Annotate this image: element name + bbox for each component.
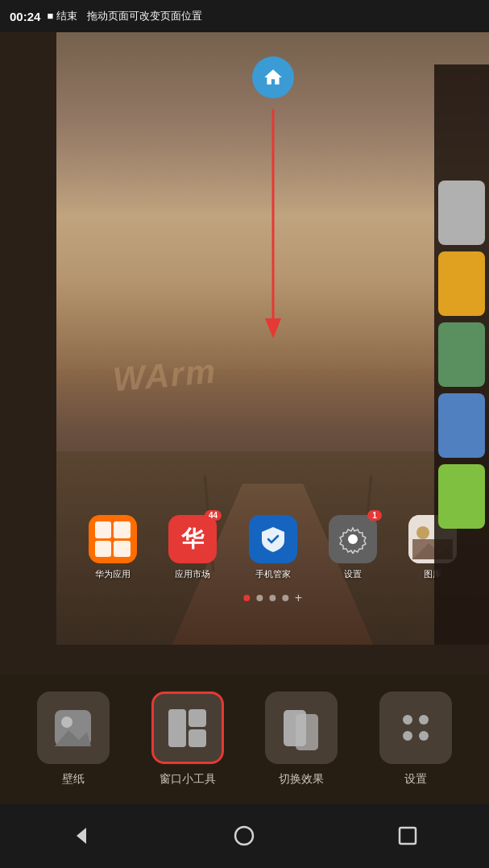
dot-1 xyxy=(243,595,250,601)
svg-point-6 xyxy=(416,526,429,539)
svg-point-9 xyxy=(61,716,73,728)
bottom-menu: 壁纸 窗口小工具 切换效果 xyxy=(0,675,489,804)
menu-dot-1 xyxy=(403,715,412,725)
wallpaper-menu-icon xyxy=(37,691,110,764)
red-arrow xyxy=(257,101,289,343)
warm-text: WArm xyxy=(111,351,218,399)
svg-marker-16 xyxy=(77,828,86,844)
svg-rect-12 xyxy=(189,709,206,727)
app-item-market[interactable]: 华 44 应用市场 xyxy=(160,515,224,580)
dot-3 xyxy=(269,595,276,601)
right-app-1 xyxy=(438,181,485,245)
phone-screen: WArm 华为应用 xyxy=(0,32,489,868)
transition-menu-icon xyxy=(265,691,338,764)
status-end: ■ 结束 xyxy=(47,9,77,23)
menu-label-transition: 切换效果 xyxy=(279,772,324,787)
phonemanager-icon xyxy=(249,515,297,563)
home-nav-icon xyxy=(233,824,255,847)
app-icon-market: 华 44 xyxy=(168,515,217,563)
svg-rect-15 xyxy=(296,714,318,750)
app-icon-manager xyxy=(249,515,297,563)
wallpaper-icon-svg xyxy=(51,706,95,750)
app-item-settings[interactable]: 1 设置 xyxy=(321,515,384,580)
appmarket-icon: 华 xyxy=(168,515,217,563)
right-edge-panel xyxy=(434,64,489,645)
menu-item-transition[interactable]: 切换效果 xyxy=(253,691,350,787)
menu-item-menu-settings[interactable]: 设置 xyxy=(367,691,464,787)
svg-rect-18 xyxy=(400,828,416,844)
status-bar: 00:24 ■ 结束 拖动页面可改变页面位置 xyxy=(0,0,489,32)
right-app-5 xyxy=(438,464,485,529)
status-hint: 拖动页面可改变页面位置 xyxy=(87,9,202,23)
dot-2 xyxy=(256,595,263,601)
menu-item-wallpaper[interactable]: 壁纸 xyxy=(25,691,122,787)
app-item-manager[interactable]: 手机管家 xyxy=(241,515,305,580)
recents-button[interactable] xyxy=(390,818,425,853)
menu-dot-4 xyxy=(419,731,429,741)
back-icon xyxy=(70,824,93,847)
huawei-logo: 华 xyxy=(181,524,204,554)
right-app-4 xyxy=(438,393,485,458)
dots-row-2 xyxy=(403,731,429,741)
svg-point-17 xyxy=(235,827,253,845)
settings-badge: 1 xyxy=(367,510,382,521)
back-button[interactable] xyxy=(64,818,99,853)
app-label-huawei: 华为应用 xyxy=(95,568,131,580)
app-icon-huawei xyxy=(89,515,137,563)
app-item-huawei[interactable]: 华为应用 xyxy=(81,515,144,580)
recents-icon xyxy=(396,824,419,847)
market-badge: 44 xyxy=(205,510,222,521)
menu-settings-icon xyxy=(379,691,452,764)
settings-icon xyxy=(329,515,377,563)
status-time: 00:24 xyxy=(10,10,40,23)
svg-rect-11 xyxy=(168,709,186,747)
app-row: 华为应用 华 44 应用市场 xyxy=(56,515,489,580)
menu-dot-2 xyxy=(419,715,429,725)
switch-icon-svg xyxy=(281,706,321,750)
right-app-3 xyxy=(438,322,485,387)
huawei-apps-icon xyxy=(89,515,137,563)
shield-icon xyxy=(259,525,288,554)
widget-icon-svg xyxy=(165,706,209,750)
dots-row-1 xyxy=(403,715,429,725)
menu-label-widgets: 窗口小工具 xyxy=(160,772,216,787)
dot-4 xyxy=(282,595,288,601)
svg-rect-13 xyxy=(189,729,206,747)
dot-plus: + xyxy=(295,592,302,604)
gear-icon xyxy=(338,525,367,554)
home-button-floating[interactable] xyxy=(252,56,294,98)
menu-label-menu-settings: 设置 xyxy=(404,772,427,787)
right-app-2 xyxy=(438,251,485,316)
nav-bar xyxy=(0,804,489,868)
wallpaper-bg: WArm 华为应用 xyxy=(56,32,489,645)
menu-label-wallpaper: 壁纸 xyxy=(62,772,85,787)
app-label-manager: 手机管家 xyxy=(255,568,291,580)
app-icon-settings: 1 xyxy=(329,515,377,563)
widgets-menu-icon xyxy=(151,691,224,764)
menu-item-widgets[interactable]: 窗口小工具 xyxy=(139,691,236,787)
settings-dots-icon xyxy=(403,715,429,741)
app-label-market: 应用市场 xyxy=(175,568,210,580)
svg-marker-1 xyxy=(265,318,281,338)
menu-dot-3 xyxy=(403,731,412,741)
page-dots: + xyxy=(243,592,302,604)
home-nav-button[interactable] xyxy=(226,818,262,853)
app-label-settings: 设置 xyxy=(344,568,362,580)
home-icon xyxy=(263,67,284,88)
